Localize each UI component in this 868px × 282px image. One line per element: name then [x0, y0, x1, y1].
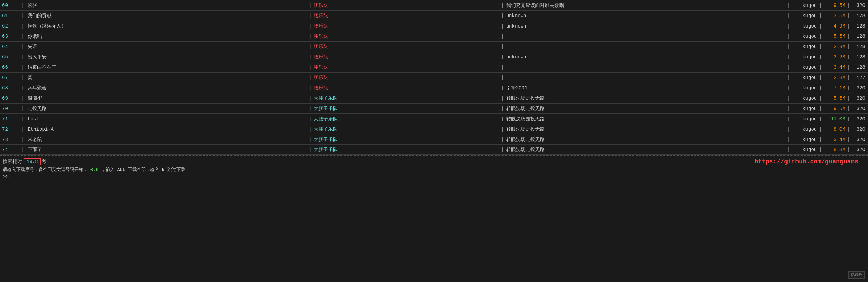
- song-source: kugou: [791, 116, 818, 122]
- row-number: 60: [0, 3, 21, 8]
- pipe: |: [309, 106, 312, 111]
- pipe: |: [847, 116, 850, 122]
- table-row: 62 | 挽歌（继续无人） | 腰乐队 | unknown | kugou | …: [0, 21, 868, 31]
- pipe: |: [501, 116, 504, 122]
- pipe: |: [787, 65, 790, 70]
- row-number: 73: [0, 137, 21, 142]
- prompt-text-2: ，输入: [101, 167, 115, 172]
- song-title: 紧张: [25, 2, 308, 9]
- pipe: |: [21, 75, 24, 80]
- song-source: kugou: [791, 44, 818, 50]
- song-artist: 腰乐队: [312, 13, 500, 19]
- pipe: |: [309, 65, 312, 70]
- song-source: kugou: [791, 3, 818, 8]
- pipe: |: [819, 137, 822, 142]
- pipe: |: [787, 96, 790, 101]
- song-title: 下雨了: [25, 147, 308, 153]
- pipe: |: [309, 147, 312, 152]
- pipe: |: [309, 44, 312, 50]
- pipe: |: [501, 127, 504, 132]
- song-artist: 腰乐队: [312, 2, 500, 9]
- search-time-value: 19.8: [24, 158, 41, 165]
- song-album: 转眼沈场走投无路: [505, 147, 786, 153]
- table-row: 69 | 浪潮4' | 大腰子乐队 | 转眼沈场走投无路 | kugou | 5…: [0, 93, 868, 103]
- song-quality: 320: [851, 96, 868, 101]
- footer-section: 搜索耗时 19.8 秒 https://github.com/guanguans…: [0, 155, 868, 181]
- song-quality: 128: [851, 34, 868, 39]
- pipe: |: [819, 54, 822, 60]
- song-size: 9.5M: [823, 106, 847, 111]
- table-row: 72 | Ethiopi-A | 大腰子乐队 | 转眼沈场走投无路 | kugo…: [0, 124, 868, 134]
- song-artist: 大腰子乐队: [312, 116, 500, 122]
- pipe: |: [309, 127, 312, 132]
- search-time-unit: 秒: [42, 159, 47, 165]
- row-number: 61: [0, 13, 21, 19]
- song-size: 5.6M: [823, 96, 847, 101]
- song-size: 7.1M: [823, 85, 847, 91]
- song-source: kugou: [791, 106, 818, 111]
- row-number: 69: [0, 96, 21, 101]
- table-row: 67 | 莫 | 腰乐队 | | kugou | 2.8M | 127: [0, 72, 868, 83]
- row-number: 66: [0, 65, 21, 70]
- table-row: 73 | 米老鼠 | 大腰子乐队 | 转眼沈场走投无路 | kugou | 3.…: [0, 134, 868, 144]
- pipe: |: [21, 85, 24, 91]
- song-title: Lost: [25, 116, 308, 122]
- song-source: kugou: [791, 13, 818, 19]
- pipe: |: [501, 106, 504, 111]
- song-title: 挽歌（继续无人）: [25, 23, 308, 29]
- pipe: |: [501, 85, 504, 91]
- pipe: |: [787, 54, 790, 60]
- table-row: 65 | 出入平安 | 腰乐队 | unknown | kugou | 3.2M…: [0, 52, 868, 62]
- table-row: 71 | Lost | 大腰子乐队 | 转眼沈场走投无路 | kugou | 1…: [0, 113, 868, 124]
- pipe: |: [501, 3, 504, 8]
- pipe: |: [21, 34, 24, 39]
- pipe: |: [501, 96, 504, 101]
- row-number: 65: [0, 54, 21, 60]
- song-artist: 腰乐队: [312, 33, 500, 40]
- song-quality: 128: [851, 44, 868, 50]
- pipe: |: [21, 13, 24, 19]
- pipe: |: [847, 54, 850, 60]
- song-title: Ethiopi-A: [25, 127, 308, 132]
- table-row: 60 | 紧张 | 腰乐队 | 我们究竟应该面对谁去歌唱 | kugou | 9…: [0, 0, 868, 10]
- song-title: 莫: [25, 75, 308, 81]
- song-album: 引擎2001: [505, 85, 786, 91]
- song-quality: 128: [851, 13, 868, 19]
- pipe: |: [21, 96, 24, 101]
- pipe: |: [847, 34, 850, 39]
- pipe: |: [847, 13, 850, 19]
- song-album: unknown: [505, 54, 786, 60]
- song-source: kugou: [791, 23, 818, 29]
- pipe: |: [501, 13, 504, 19]
- pipe: |: [309, 23, 312, 29]
- song-title: 走投无路: [25, 106, 308, 112]
- table-row: 61 | 我们的贡献 | 腰乐队 | unknown | kugou | 3.5…: [0, 10, 868, 21]
- pipe: |: [847, 3, 850, 8]
- song-title: 结束曲不在了: [25, 64, 308, 70]
- prompt-text-1: 请输入下载序号，多个用英文逗号隔开如：: [3, 167, 88, 172]
- input-prompt: >>:: [3, 174, 11, 180]
- music-table: 60 | 紧张 | 腰乐队 | 我们究竟应该面对谁去歌唱 | kugou | 9…: [0, 0, 868, 155]
- song-title: 失语: [25, 44, 308, 50]
- pipe: |: [847, 127, 850, 132]
- song-size: 3.4M: [823, 137, 847, 142]
- song-quality: 320: [851, 85, 868, 91]
- prompt-all: ALL: [117, 167, 125, 172]
- pipe: |: [847, 137, 850, 142]
- pipe: |: [501, 137, 504, 142]
- song-album: 转眼沈场走投无路: [505, 137, 786, 143]
- row-number: 63: [0, 34, 21, 39]
- song-source: kugou: [791, 96, 818, 101]
- row-number: 71: [0, 116, 21, 122]
- song-source: kugou: [791, 85, 818, 91]
- pipe: |: [501, 44, 504, 50]
- song-album: unknown: [505, 13, 786, 19]
- song-size: 2.3M: [823, 44, 847, 50]
- pipe: |: [21, 127, 24, 132]
- pipe: |: [21, 44, 24, 50]
- pipe: |: [21, 147, 24, 152]
- github-link[interactable]: https://github.com/guanguans: [755, 158, 858, 165]
- song-quality: 320: [851, 116, 868, 122]
- song-size: 3.4M: [823, 65, 847, 70]
- pipe: |: [847, 65, 850, 70]
